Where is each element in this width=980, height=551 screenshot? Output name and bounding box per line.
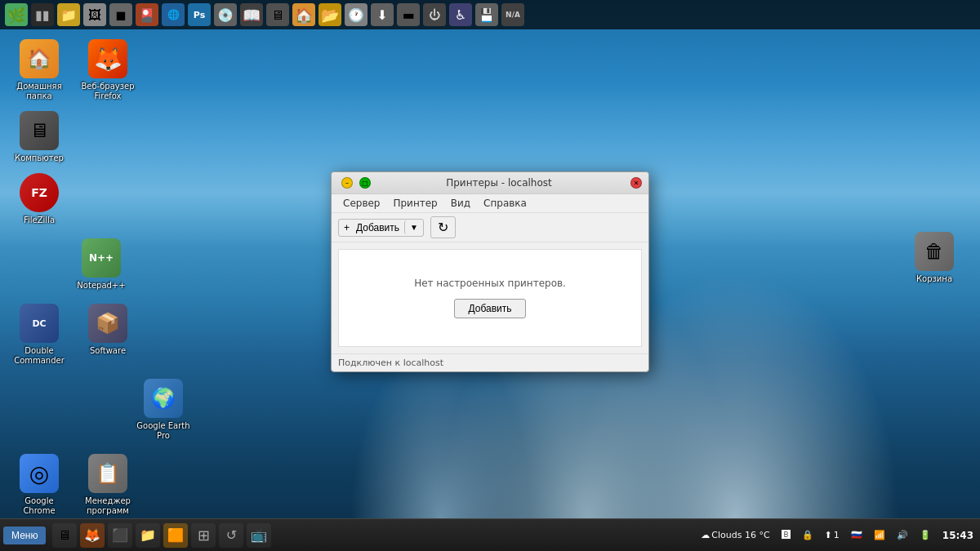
app6-top-icon[interactable]: 🎴 [136,3,158,26]
trash-label: Корзина [916,274,952,284]
desktop-icon-notepadpp[interactable]: N++ Notepad++ [69,235,134,294]
firefox-taskbar-icon[interactable]: 🦊 [80,523,105,548]
desktop-icon-firefox[interactable]: 🦊 Веб-браузер Firefox [75,36,140,104]
app16-top-icon[interactable]: ▬ [397,3,420,26]
dialog-content: Нет настроенных принтеров. Добавить [338,249,642,347]
clock-top-icon[interactable]: 🕐 [345,3,368,26]
updates-tray[interactable]: ⬆ 1 [822,528,843,542]
monitor-taskbar-icon[interactable]: 🖥 [52,523,77,548]
weather-icon: ☁ [701,530,710,540]
minimize-button[interactable]: – [341,177,353,189]
chrome-icon: ◎ [20,454,59,493]
volume-tray[interactable]: 🔊 [893,528,911,542]
weather-tray[interactable]: ☁ Clouds 16 °C [697,528,773,542]
desktop-icon-computer[interactable]: 🖥 Компьютер [7,108,72,167]
dialog-toolbar: + Добавить ▼ ↻ [332,213,648,242]
security-icon: 🔒 [802,530,813,540]
na-top-icon[interactable]: N/A [501,3,524,26]
notepadpp-label: Notepad++ [77,281,125,291]
desktop-icon-trash[interactable]: 🗑 Корзина [902,229,967,287]
app5-top-icon[interactable]: ◼ [109,3,132,26]
menu-printer[interactable]: Принтер [388,196,442,211]
updates-count: 1 [834,530,840,540]
manager-icon: 📋 [88,454,127,493]
add-button[interactable]: + Добавить [339,220,404,236]
flag-tray[interactable]: 🇷🇺 [848,528,866,542]
notepadpp-icon: N++ [82,238,121,278]
volume-icon: 🔊 [897,530,908,540]
menu-view[interactable]: Вид [446,196,475,211]
refresh-button[interactable]: ↻ [430,216,456,238]
drive-top-icon[interactable]: 💾 [475,3,498,26]
computer-icon: 🖥 [20,111,59,150]
home-folder-label: Домашняя папка [10,82,69,101]
app7-top-icon[interactable]: 🌐 [162,3,185,26]
software-label: Software [90,346,126,356]
computer-label: Компьютер [15,153,64,163]
mint-icon[interactable]: 🌿 [5,3,28,26]
menu-button[interactable]: Меню [3,527,46,544]
desktop-icon-software[interactable]: 📦 Software [75,300,140,369]
bottom-taskbar: Меню 🖥 🦊 ⬛ 📁 🟧 ⊞ ↺ 📺 ☁ Clouds 16 °C 🅱 🔒 … [0,518,980,551]
firefox-icon: 🦊 [88,39,127,78]
desktop-icon-google-earth[interactable]: 🌍 Google Earth Pro [131,375,196,444]
filezilla-label: FileZilla [24,216,55,225]
disc-top-icon[interactable]: 💿 [214,3,237,26]
updates-icon: ⬆ [825,530,832,540]
dialog-title: Принтеры - localhost [371,177,627,189]
folder2-top-icon[interactable]: 📂 [318,3,341,26]
folder-taskbar-icon[interactable]: 📁 [136,523,160,548]
filezilla-icon: FZ [20,173,59,212]
home-folder-icon: 🏠 [20,39,59,78]
printer-dialog: – □ Принтеры - localhost ✕ Сервер Принте… [331,171,649,372]
manager-label: Менеджер программ [78,496,137,516]
flag-icon: 🇷🇺 [851,530,862,540]
power-top-icon[interactable]: ⏻ [423,3,446,26]
wifi-tray[interactable]: 📶 [871,528,889,542]
dialog-statusbar: Подключен к localhost [332,353,648,371]
security-tray[interactable]: 🔒 [799,528,817,542]
clock-tray: 15:43 [939,528,977,543]
weather-text: Clouds 16 °C [711,530,769,540]
desktop: 🌿 ▮▮ 📁 🖼 ◼ 🎴 🌐 Ps 💿 📖 🖥 🏠 📂 🕐 ⬇ ▬ ⏻ ♿ 💾 … [0,0,980,551]
app11-top-icon[interactable]: 🖥 [266,3,289,26]
desktop-icon-double-commander[interactable]: DC Double Commander [7,300,72,369]
desktop-icons-container: 🏠 Домашняя папка 🦊 Веб-браузер Firefox 🖥… [7,36,196,551]
maximize-button[interactable]: □ [359,177,371,189]
files-top-icon[interactable]: 📁 [57,3,80,26]
double-commander-icon: DC [20,304,59,343]
desktop-icon-chrome[interactable]: ◎ Google Chrome [7,451,72,519]
photoshop-top-icon[interactable]: Ps [188,3,211,26]
no-printers-message: Нет настроенных принтеров. [414,278,566,289]
app4-top-icon[interactable]: 🖼 [83,3,106,26]
add-dropdown-button[interactable]: ▼ [404,220,423,234]
bluetooth-tray[interactable]: 🅱 [778,528,794,542]
download-top-icon[interactable]: ⬇ [371,3,394,26]
desktop-icon-manager[interactable]: 📋 Менеджер программ [75,451,140,519]
windows-taskbar-icon[interactable]: ⊞ [191,523,216,548]
menu-server[interactable]: Сервер [338,196,385,211]
terminal-top-icon[interactable]: ▮▮ [31,3,54,26]
add-printer-button[interactable]: Добавить [454,299,525,318]
ebook-top-icon[interactable]: 📖 [240,3,263,26]
app-taskbar-icon[interactable]: 🟧 [163,523,188,548]
system-tray: ☁ Clouds 16 °C 🅱 🔒 ⬆ 1 🇷🇺 📶 🔊 [697,528,977,543]
home-folder-top-icon[interactable]: 🏠 [292,3,315,26]
close-button[interactable]: ✕ [630,177,642,189]
firefox-label: Веб-браузер Firefox [78,82,137,101]
google-earth-label: Google Earth Pro [134,421,193,441]
battery-icon: 🔋 [920,530,931,540]
wifi-icon: 📶 [874,530,885,540]
access-top-icon[interactable]: ♿ [449,3,472,26]
desktop-icon-filezilla[interactable]: FZ FileZilla [7,170,72,229]
refresh-taskbar-icon[interactable]: ↺ [219,523,243,548]
app2-taskbar-icon[interactable]: 📺 [247,523,271,548]
software-icon: 📦 [88,304,127,343]
menu-help[interactable]: Справка [479,196,532,211]
chrome-label: Google Chrome [10,496,69,516]
double-commander-label: Double Commander [10,346,69,366]
dialog-titlebar: – □ Принтеры - localhost ✕ [332,172,648,194]
terminal-taskbar-icon[interactable]: ⬛ [108,523,132,548]
desktop-icon-home[interactable]: 🏠 Домашняя папка [7,36,72,104]
battery-tray[interactable]: 🔋 [916,528,934,542]
